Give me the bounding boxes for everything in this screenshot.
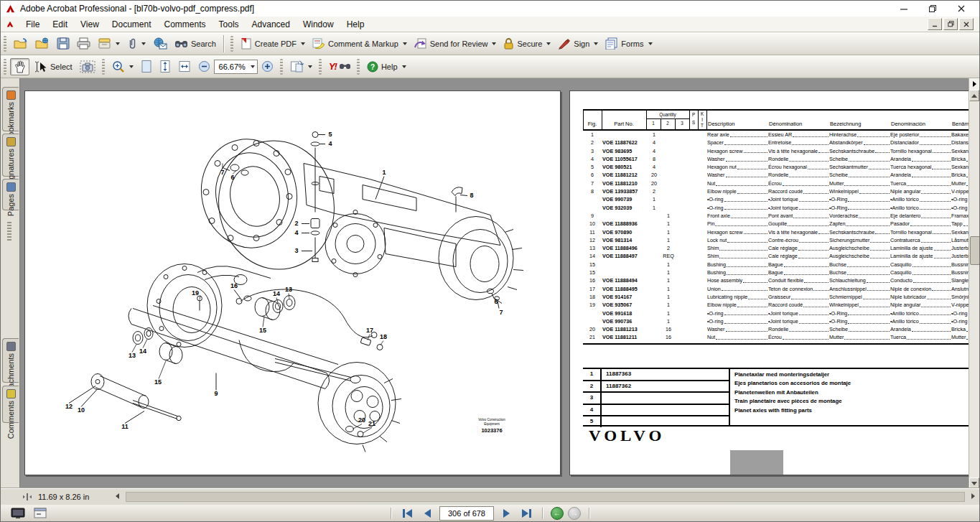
menu-window[interactable]: Window: [297, 18, 340, 31]
minimize-button[interactable]: [896, 3, 912, 14]
snapshot-tool-button[interactable]: [76, 58, 99, 75]
print-button[interactable]: [73, 35, 94, 52]
previous-page-button[interactable]: [419, 507, 435, 520]
menu-help[interactable]: Help: [340, 18, 371, 31]
sidebar-tab-pages[interactable]: Pages: [2, 179, 19, 210]
actual-size-button[interactable]: [137, 57, 156, 75]
horizontal-scrollbar[interactable]: [116, 492, 975, 502]
menu-file[interactable]: File: [19, 18, 46, 31]
fit-width-button[interactable]: [174, 57, 195, 75]
parts-table-row: 8VOE 139338572Elbow nippleRaccord coudéW…: [583, 187, 969, 195]
toolbar-grip[interactable]: [4, 59, 6, 75]
save-button[interactable]: [53, 35, 73, 52]
organizer-button[interactable]: [94, 35, 123, 52]
quantity-value: [647, 236, 661, 244]
search-button[interactable]: Search: [171, 37, 220, 51]
restore-button[interactable]: [925, 3, 941, 14]
menu-advanced[interactable]: Advanced: [246, 18, 297, 31]
attach-button[interactable]: [123, 35, 149, 52]
select-label: Select: [50, 62, 73, 71]
fig-number: 2: [583, 139, 602, 146]
toolbar-overflow-icon[interactable]: [969, 78, 979, 90]
menu-comments[interactable]: Comments: [158, 18, 213, 31]
last-page-button[interactable]: [518, 507, 534, 520]
variant-fig-number: 3: [583, 393, 602, 404]
doc-minimize-button[interactable]: [928, 18, 942, 30]
scroll-up-button[interactable]: [969, 90, 979, 101]
dot-leader: [803, 187, 829, 194]
open-web-button[interactable]: [32, 35, 53, 52]
help-button[interactable]: ?Help: [363, 59, 410, 75]
comment-markup-button[interactable]: Comment & Markup: [309, 35, 411, 52]
page-display-button[interactable]: [286, 58, 316, 75]
toolbar-grip[interactable]: [357, 59, 360, 75]
toolbar-grip[interactable]: [230, 36, 233, 52]
description-cell: Låsmutter: [951, 236, 969, 244]
window-view-button[interactable]: [34, 508, 47, 519]
send-for-review-button[interactable]: Send for Review: [411, 35, 500, 52]
toolbar-separator: [223, 35, 224, 52]
menu-view[interactable]: View: [74, 18, 106, 31]
sidebar-tab-bookmarks[interactable]: Bookmarks: [2, 87, 19, 131]
toolbar-grip[interactable]: [319, 59, 322, 75]
full-screen-view-button[interactable]: [11, 508, 25, 519]
zoom-tool-button[interactable]: [108, 58, 137, 75]
page-navigation-controls: ← →: [387, 505, 593, 521]
sidebar-tab-signatures[interactable]: Signatures: [2, 134, 19, 177]
description-cell: Arandela: [890, 155, 951, 163]
dot-leader: [910, 220, 951, 226]
dot-leader: [724, 139, 767, 145]
forms-button[interactable]: Forms: [602, 35, 655, 52]
page-number-input[interactable]: [439, 506, 494, 521]
zoom-out-button[interactable]: [195, 58, 214, 75]
scroll-right-button[interactable]: [971, 493, 975, 499]
sidebar-tab-comments[interactable]: Comments: [2, 386, 19, 423]
description-text: Hexagon screw: [707, 147, 743, 155]
doc-close-button[interactable]: [959, 18, 974, 30]
document-area[interactable]: 5476182436719161413151718131415912101120…: [20, 78, 969, 489]
description-text: Sexkantskruv: [951, 147, 969, 155]
doc-restore-button[interactable]: [943, 18, 958, 30]
forms-label: Forms: [621, 39, 643, 48]
open-button[interactable]: [10, 35, 32, 52]
fit-page-button[interactable]: [156, 57, 174, 75]
scroll-left-button[interactable]: [116, 493, 119, 499]
vertical-scroll-thumb[interactable]: [970, 236, 980, 265]
vertical-scrollbar[interactable]: [969, 78, 979, 489]
next-page-button[interactable]: [498, 507, 514, 520]
next-view-button[interactable]: →: [568, 507, 581, 520]
menu-document[interactable]: Document: [106, 18, 158, 31]
description-text: Schmiernippel: [829, 293, 862, 301]
yahoo-search-button[interactable]: Y!: [325, 59, 354, 74]
zoom-in-button[interactable]: [258, 58, 277, 75]
pane-splitter-icon[interactable]: [22, 493, 32, 501]
callout-number: 18: [380, 334, 387, 340]
kit-flag: [699, 325, 707, 333]
horizontal-scroll-track[interactable]: [126, 492, 965, 502]
scroll-down-button[interactable]: [969, 477, 979, 489]
hand-tool-button[interactable]: [10, 58, 29, 75]
dropdown-caret: [301, 42, 305, 45]
kit-flag: [699, 293, 707, 301]
toolbar-grip[interactable]: [102, 59, 105, 75]
secure-button[interactable]: Secure: [500, 35, 554, 52]
menu-edit[interactable]: Edit: [46, 18, 74, 31]
email-button[interactable]: [149, 35, 171, 52]
select-tool-button[interactable]: Select: [29, 59, 76, 75]
description-text: Tapp: [951, 220, 963, 228]
description-cell: Rear axle: [707, 131, 768, 139]
fig-number: 10: [583, 220, 602, 228]
close-button[interactable]: [953, 3, 969, 14]
toolbar-grip[interactable]: [4, 36, 6, 52]
description-text: Anschlussnippel: [829, 285, 867, 293]
first-page-button[interactable]: [399, 507, 415, 520]
previous-view-button[interactable]: ←: [551, 507, 564, 520]
sidebar-resize-grip[interactable]: [7, 222, 11, 241]
sign-button[interactable]: Sign: [554, 35, 602, 52]
menu-tools[interactable]: Tools: [213, 18, 246, 31]
zoom-level-combo[interactable]: 66.67%: [214, 60, 258, 74]
toolbar-grip[interactable]: [280, 59, 283, 75]
dot-leader: [798, 244, 829, 251]
create-pdf-button[interactable]: Create PDF: [237, 35, 309, 52]
sidebar-tab-attachments[interactable]: Attachments: [2, 338, 19, 383]
